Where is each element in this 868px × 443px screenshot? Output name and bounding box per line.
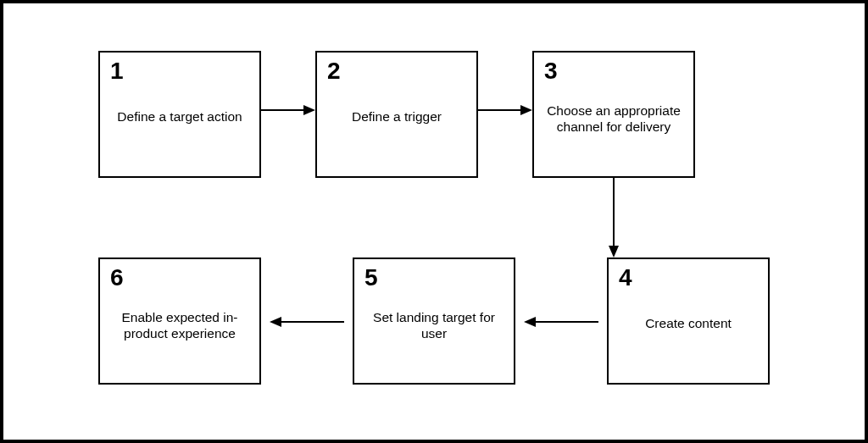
step-number-2: 2 <box>327 58 341 85</box>
arrow-right-icon <box>478 102 532 119</box>
step-box-5: 5 Set landing target for user <box>353 257 515 385</box>
diagram-frame: 1 Define a target action 2 Define a trig… <box>0 0 868 443</box>
step-box-4: 4 Create content <box>607 257 770 385</box>
step-label-6: Enable expected in-product experience <box>100 309 259 342</box>
arrow-down-icon <box>605 178 622 257</box>
arrow-left-icon <box>270 313 344 330</box>
step-number-5: 5 <box>364 264 378 291</box>
svg-marker-5 <box>609 246 619 257</box>
step-label-5: Set landing target for user <box>354 309 514 342</box>
step-box-6: 6 Enable expected in-product experience <box>98 257 261 385</box>
step-box-3: 3 Choose an appropriate channel for deli… <box>532 51 695 178</box>
step-label-4: Create content <box>609 315 768 331</box>
step-box-1: 1 Define a target action <box>98 51 261 178</box>
svg-marker-7 <box>524 317 536 327</box>
step-box-2: 2 Define a trigger <box>315 51 478 178</box>
step-number-1: 1 <box>110 58 124 85</box>
step-number-6: 6 <box>110 264 124 291</box>
svg-marker-1 <box>303 105 315 115</box>
step-label-2: Define a trigger <box>317 108 476 125</box>
svg-marker-3 <box>520 105 532 115</box>
step-label-1: Define a target action <box>100 108 259 125</box>
arrow-right-icon <box>261 102 315 119</box>
step-number-4: 4 <box>619 264 632 291</box>
svg-marker-9 <box>270 317 281 327</box>
step-number-3: 3 <box>544 58 558 85</box>
step-label-3: Choose an appropriate channel for delive… <box>534 102 693 136</box>
arrow-left-icon <box>524 313 598 330</box>
